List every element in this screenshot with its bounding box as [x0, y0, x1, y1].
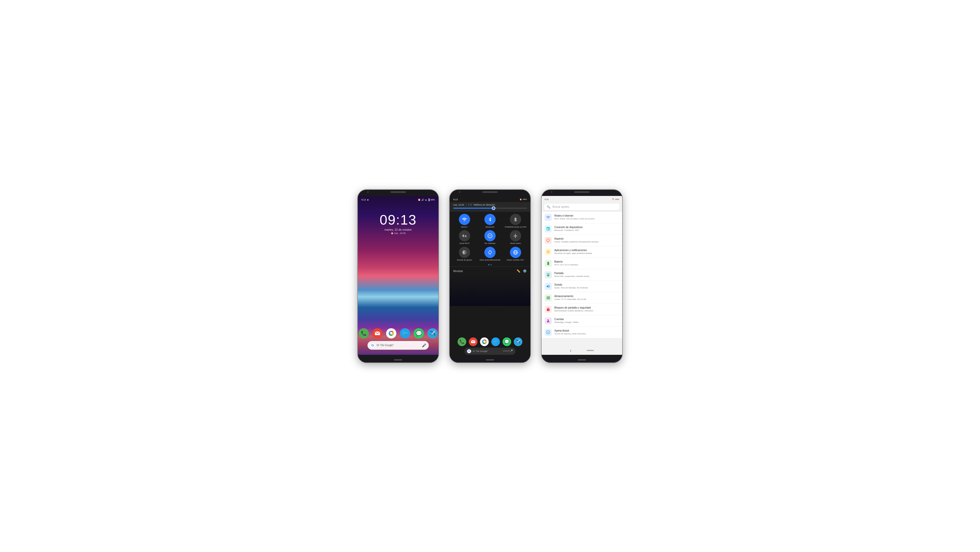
home-button-2[interactable] [486, 359, 494, 361]
tile-escala-grises-icon[interactable] [459, 247, 470, 258]
settings-item-redes[interactable]: Redes e Internet Wi-Fi, Móvil, Uso de da… [542, 212, 622, 223]
tile-stamina[interactable]: STAMINA Iniciar al 15% [504, 214, 527, 228]
tile-datos[interactable]: Datos móviles 4G+ [504, 247, 527, 261]
settings-battery: 49% [615, 198, 619, 201]
tile-girar-icon[interactable] [484, 247, 496, 258]
sonido-text: Sonido Audio, Tono de llamada, No molest… [554, 283, 619, 289]
wifi-icon: ▲ [425, 198, 427, 201]
svg-point-15 [484, 341, 485, 343]
bloqueo-icon-wrap [545, 306, 552, 313]
status-bar-left: 9:13 ◈ [361, 198, 369, 201]
settings-item-almacenamiento[interactable]: Almacenamiento Usado: 37 %, disponible: … [542, 292, 622, 304]
brightness-thumb[interactable] [492, 206, 495, 210]
nav-home-btn[interactable] [503, 351, 510, 351]
search-placeholder: Di "Ok Google" [377, 344, 420, 347]
shade-app-whatsapp[interactable]: 💬 [503, 337, 511, 346]
shade-app-twitter[interactable]: 🐦 [491, 337, 500, 346]
network-row: Movistar ✏️ ⚙️ [450, 268, 530, 274]
redes-subtitle: Wi-Fi, Móvil, Uso de datos, Punto de acc… [554, 218, 619, 220]
settings-item-xperia[interactable]: X Xperia Assist Trucos de Xperia y otras… [542, 327, 622, 338]
tile-stamina-icon[interactable] [510, 214, 521, 225]
home-button-3[interactable] [578, 359, 586, 361]
settings-item-conexion[interactable]: Conexión de dispositivos Bluetooth, TV/A… [542, 223, 622, 235]
settings-search-field[interactable]: 🔍 Buscar ajustes [544, 204, 620, 210]
shade-status-bar: 9:13 ⏰ 49% [450, 197, 530, 202]
settings-item-cuentas[interactable]: Cuentas WhatsApp, Google, Twitter [542, 315, 622, 327]
shade-app-telegram[interactable]: ✈️ [514, 337, 522, 346]
app-icon-phone[interactable]: 📞 [359, 328, 369, 338]
tile-girar[interactable]: Girar automáticamente [478, 247, 502, 261]
app-icon-gmail[interactable] [372, 328, 383, 338]
tile-escala-grises[interactable]: Escala de grises [453, 247, 476, 261]
google-search-bar[interactable]: G Di "Ok Google" 🎤 [368, 341, 429, 350]
settings-nav-bar: ‹ [542, 347, 622, 354]
shade-screen: 9:13 ⏰ 49% mar, 19:35 📳 Teléfono en vibr… [450, 190, 530, 362]
speaker-2 [482, 191, 498, 193]
phone-settings: 9:13 ⏰ 49% 🔍 Buscar ajustes Redes e Inte… [541, 189, 623, 363]
lock-time-area: 09:13 martes, 22 de octubre ⏰ mar., 19:3… [358, 213, 438, 235]
tile-modo-avion[interactable]: Modo avión [504, 230, 527, 245]
brightness-slider[interactable] [453, 208, 527, 209]
apps-text: Aplicaciones y notificaciones Permisos d… [554, 249, 619, 255]
power-button-2[interactable] [530, 220, 531, 233]
nav-back-btn[interactable]: ‹ [470, 348, 472, 354]
app-icon-whatsapp[interactable]: 💬 [414, 328, 424, 338]
settings-nav-back[interactable]: ‹ [570, 348, 571, 353]
shade-app-phone[interactable]: 📞 [458, 337, 466, 346]
speaker [390, 191, 406, 193]
bateria-subtitle: 49 %: 10 h 23 m restantes [554, 263, 619, 266]
aspecto-icon-wrap [545, 237, 552, 244]
settings-item-pantalla[interactable]: Pantalla Nivel brillo, suspensión, tamañ… [542, 269, 622, 281]
settings-item-sonido[interactable]: Sonido Audio, Tono de llamada, No molest… [542, 281, 622, 292]
power-button[interactable] [438, 220, 439, 233]
search-icon: 🔍 [547, 205, 550, 209]
tile-modo-avion-icon[interactable] [510, 230, 521, 241]
edit-icon[interactable]: ✏️ [517, 269, 520, 273]
status-bar-right: ⏰ 🔊 ▲ ▐ 49% [418, 198, 435, 201]
settings-item-bateria[interactable]: Batería 49 %: 10 h 23 m restantes [542, 258, 622, 269]
divider-line [450, 266, 530, 267]
cuentas-subtitle: WhatsApp, Google, Twitter [554, 321, 619, 324]
tile-no-molestar-icon[interactable] [484, 230, 496, 241]
tile-no-molestar[interactable]: No molestar [478, 230, 502, 245]
svg-rect-4 [465, 236, 466, 237]
app-icon-chrome[interactable] [386, 328, 396, 338]
lock-time: 09:13 [380, 213, 417, 227]
tile-bluetooth[interactable]: Bluetooth [478, 214, 502, 228]
tile-bluetooth-icon[interactable] [484, 214, 496, 225]
home-button[interactable] [394, 359, 402, 361]
aspecto-title: Aspecto [554, 237, 619, 240]
apps-subtitle: Permisos de apps, apps predeterminadas [554, 252, 619, 255]
power-button-3[interactable] [622, 220, 623, 233]
aspecto-subtitle: Fondo, Pantalla ambiente (Visualización … [554, 241, 619, 243]
app-icon-twitter[interactable]: 🐦 [400, 328, 410, 338]
location-icon: ◈ [367, 198, 369, 201]
settings-item-bloqueo[interactable]: Bloqueo de pantalla y seguridad Administ… [542, 304, 622, 315]
apps-icon-wrap [545, 248, 552, 255]
redes-text: Redes e Internet Wi-Fi, Móvil, Uso de da… [554, 214, 619, 220]
time-display: 9:13 [361, 198, 366, 201]
tile-nemo-icon[interactable] [459, 214, 470, 225]
svg-text:X: X [548, 331, 549, 333]
settings-icon[interactable]: ⚙️ [523, 269, 527, 273]
bateria-text: Batería 49 %: 10 h 23 m restantes [554, 260, 619, 266]
settings-nav-home[interactable] [587, 350, 594, 351]
conexion-title: Conexión de dispositivos [554, 225, 619, 229]
app-icon-telegram[interactable]: ✈️ [428, 328, 438, 338]
mic-icon[interactable]: 🎤 [422, 343, 426, 348]
settings-item-aspecto[interactable]: Aspecto Fondo, Pantalla ambiente (Visual… [542, 235, 622, 246]
battery-text: 49% [430, 198, 435, 201]
tile-zona-wifi[interactable]: Zona Wi-Fi [453, 230, 476, 245]
bateria-icon-wrap [545, 260, 552, 267]
speaker-3 [574, 191, 590, 193]
shade-app-chrome[interactable] [480, 337, 489, 346]
tile-modo-avion-label: Modo avión [510, 242, 520, 245]
shade-app-gmail[interactable] [469, 337, 477, 346]
tile-nemo[interactable]: Nemo+ [453, 214, 476, 228]
phone-shade: 9:13 ⏰ 49% mar, 19:35 📳 Teléfono en vibr… [449, 189, 531, 363]
tile-zona-wifi-icon[interactable] [459, 230, 470, 241]
tile-escala-grises-label: Escala de grises [457, 259, 472, 261]
shade-nav-bar: ‹ [450, 348, 530, 354]
settings-item-apps[interactable]: Aplicaciones y notificaciones Permisos d… [542, 246, 622, 258]
tile-datos-icon[interactable] [510, 247, 521, 258]
